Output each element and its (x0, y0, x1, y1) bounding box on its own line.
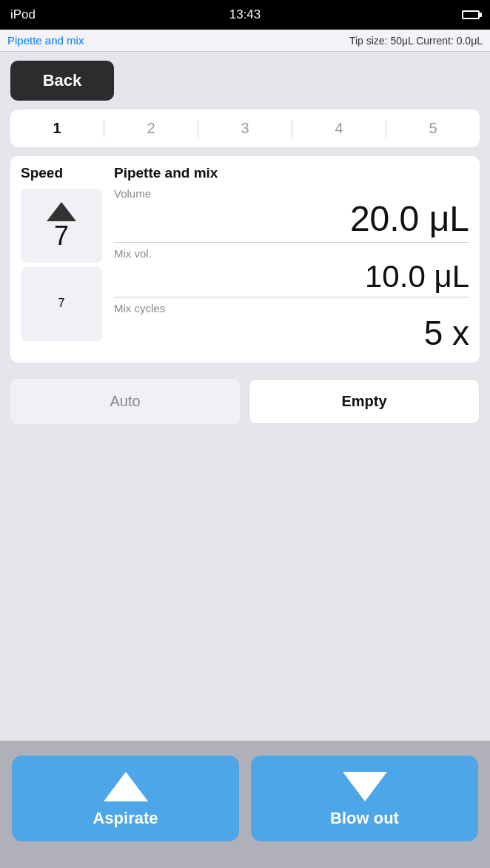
auto-button[interactable]: Auto (10, 379, 240, 424)
aspirate-button[interactable]: Aspirate (12, 756, 239, 841)
tab-5[interactable]: 5 (386, 114, 480, 143)
bottom-bar: Aspirate Blow out (0, 741, 490, 868)
settings-panel: Speed 7 7 Pipette and mix Volume 20.0 μL… (10, 156, 480, 363)
mix-vol-label: Mix vol. (114, 247, 469, 260)
tab-4[interactable]: 4 (292, 114, 386, 143)
nav-title: Pipette and mix (7, 34, 84, 47)
tip-size-label: Tip size: (349, 35, 388, 47)
speed-down-box[interactable]: 7 (21, 267, 102, 341)
speed-up-arrow (47, 202, 76, 221)
aspirate-arrow-icon (104, 772, 148, 801)
tab-1[interactable]: 1 (10, 114, 104, 143)
blow-out-label: Blow out (330, 809, 399, 828)
device-name: iPod (10, 7, 36, 22)
speed-up-box[interactable]: 7 (21, 189, 102, 263)
action-row: Auto Empty (10, 379, 480, 424)
blow-out-arrow-icon (343, 772, 387, 801)
aspirate-label: Aspirate (93, 809, 158, 828)
status-bar: iPod 13:43 (0, 0, 490, 30)
current-label: Current: (416, 35, 454, 47)
volume-label: Volume (114, 187, 469, 200)
speed-lower-value: 7 (58, 297, 65, 310)
pipette-divider-1 (114, 242, 469, 243)
mix-cycles-section: Mix cycles 5 x (114, 302, 469, 352)
empty-button[interactable]: Empty (249, 379, 480, 424)
tab-3[interactable]: 3 (198, 114, 292, 143)
speed-upper-value: 7 (54, 223, 69, 249)
mix-cycles-value[interactable]: 5 x (114, 314, 469, 352)
mix-vol-value[interactable]: 10.0 μL (114, 260, 469, 294)
current-value: 0.0μL (457, 35, 483, 47)
speed-label: Speed (21, 165, 63, 181)
tabs-container: 1 2 3 4 5 (10, 110, 480, 147)
tip-size-value: 50μL (390, 35, 413, 47)
time-display: 13:43 (229, 7, 261, 22)
mix-cycles-label: Mix cycles (114, 302, 469, 314)
speed-column: Speed 7 7 (21, 165, 102, 341)
battery-icon (462, 10, 480, 19)
main-content: Back 1 2 3 4 5 Speed 7 (0, 52, 490, 741)
back-button[interactable]: Back (10, 61, 114, 101)
volume-section: Volume 20.0 μL (114, 187, 469, 239)
mix-vol-section: Mix vol. 10.0 μL (114, 247, 469, 294)
nav-bar: Pipette and mix Tip size: 50μL Current: … (0, 30, 490, 52)
pipette-column: Pipette and mix Volume 20.0 μL Mix vol. … (114, 165, 469, 354)
pipette-title: Pipette and mix (114, 165, 469, 181)
blow-out-button[interactable]: Blow out (251, 756, 478, 841)
volume-value[interactable]: 20.0 μL (114, 200, 469, 239)
nav-info: Tip size: 50μL Current: 0.0μL (349, 35, 483, 47)
pipette-divider-2 (114, 297, 469, 297)
tab-2[interactable]: 2 (104, 114, 198, 143)
